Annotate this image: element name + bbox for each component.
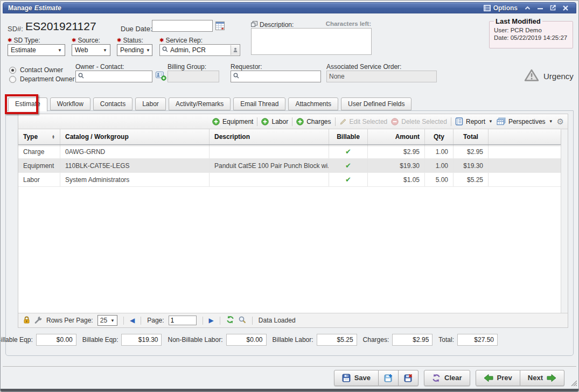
total-non-billable-labor: Non-Billable Labor: $0.00 xyxy=(168,334,266,346)
cell-qty: 1.00 xyxy=(425,159,454,172)
tab-user-defined-fields[interactable]: User Defined Fields xyxy=(341,97,411,110)
status-select[interactable]: Pending ▼ xyxy=(117,44,152,56)
due-date-label: Due Date: xyxy=(121,25,152,33)
search-icon[interactable] xyxy=(239,316,246,325)
save-button-group: Save xyxy=(334,370,418,386)
previous-page-button[interactable]: ◀ xyxy=(130,317,135,324)
window-title: ManageEstimate xyxy=(3,4,61,12)
titlebar: ManageEstimate Options xyxy=(3,2,576,13)
tab-attachments[interactable]: Attachments xyxy=(288,97,338,110)
required-asterisk: ✱ xyxy=(117,37,121,43)
cell-type: Charge xyxy=(18,145,60,158)
contact-owner-radio[interactable]: Contact Owner xyxy=(9,66,63,74)
column-header-catalog[interactable]: Catalog / Workgroup xyxy=(60,129,210,144)
table-row[interactable]: Equipment 110BLK-CAT5E-LEGS Panduit Cat5… xyxy=(18,159,561,173)
prev-button[interactable]: Prev xyxy=(476,370,520,386)
last-modified-user: User: PCR Demo xyxy=(494,27,568,33)
estimate-grid-panel: Equipment Labor Charges Edit Selected xyxy=(18,114,568,328)
total-billable-labor: Billable Labor: $5.25 xyxy=(273,334,357,346)
minimize-button[interactable] xyxy=(538,6,543,10)
popout-button[interactable] xyxy=(550,5,556,11)
table-row[interactable]: Charge 0AWG-GRND ✔ $2.95 1.00 $2.95 xyxy=(18,145,561,159)
plus-circle-icon xyxy=(212,118,220,125)
department-owner-label: Department Owner xyxy=(20,75,74,83)
calendar-icon[interactable] xyxy=(215,22,225,32)
search-icon xyxy=(233,73,239,80)
estimate-tab-panel: Equipment Labor Charges Edit Selected xyxy=(5,110,574,356)
column-header-description[interactable]: Description xyxy=(210,129,329,144)
description-textarea[interactable] xyxy=(251,28,372,55)
description-popout-icon[interactable] xyxy=(251,21,257,29)
cell-qty: 5.00 xyxy=(425,173,454,186)
column-header-billable[interactable]: Billable xyxy=(329,129,368,144)
save-and-close-button[interactable] xyxy=(399,370,418,386)
source-value: Web xyxy=(75,46,101,54)
lock-icon[interactable] xyxy=(23,316,30,325)
report-dropdown-button[interactable]: Report ▼ xyxy=(455,117,493,125)
column-header-qty[interactable]: Qty xyxy=(425,129,454,144)
person-icon xyxy=(233,47,238,53)
tab-estimate[interactable]: Estimate xyxy=(8,97,47,111)
rows-per-page-select[interactable]: 25 ▼ xyxy=(97,315,117,326)
delete-selected-button[interactable]: Delete Selected xyxy=(391,118,447,125)
next-page-button[interactable]: ▶ xyxy=(209,317,214,324)
owner-contact-label: Owner - Contact: xyxy=(75,63,124,71)
resize-grip[interactable] xyxy=(570,379,577,388)
arrow-left-icon xyxy=(484,374,493,382)
table-row[interactable]: Labor System Administrators ✔ $1.05 5.00… xyxy=(18,173,561,187)
tab-contacts[interactable]: Contacts xyxy=(93,97,132,110)
chevron-down-icon: ▼ xyxy=(549,119,553,124)
save-and-new-button[interactable] xyxy=(379,370,399,386)
add-equipment-button[interactable]: Equipment xyxy=(212,118,253,125)
save-button[interactable]: Save xyxy=(334,370,379,386)
edit-selected-button[interactable]: Edit Selected xyxy=(339,118,388,125)
tab-email-thread[interactable]: Email Thread xyxy=(233,97,285,110)
close-icon xyxy=(563,5,568,11)
vertical-scrollbar[interactable] xyxy=(561,129,568,313)
page-number-input[interactable] xyxy=(169,316,197,325)
radio-unchecked-icon xyxy=(9,76,16,83)
chevron-down-icon: ▼ xyxy=(110,318,115,323)
sd-type-select[interactable]: Estimate ▼ xyxy=(8,44,65,56)
sd-number-label: SD#: xyxy=(8,25,23,33)
toolbar-separator xyxy=(292,117,292,126)
tab-labor[interactable]: Labor xyxy=(135,97,166,110)
cell-description: Panduit Cat5E 100 Pair Punch Block wi... xyxy=(210,159,329,172)
add-charges-button[interactable]: Charges xyxy=(296,118,331,125)
description-label: Description: xyxy=(260,21,294,29)
column-header-total[interactable]: Total xyxy=(454,129,489,144)
wrench-icon[interactable] xyxy=(34,316,42,325)
add-contact-icon[interactable] xyxy=(156,71,166,82)
owner-contact-field[interactable] xyxy=(75,71,152,82)
sort-icon[interactable]: ▲▼ xyxy=(48,135,55,139)
tab-workflow[interactable]: Workflow xyxy=(50,97,90,110)
clear-button[interactable]: Clear xyxy=(424,370,470,386)
column-header-type[interactable]: Type ▲▼ xyxy=(18,129,60,144)
close-button[interactable] xyxy=(563,5,568,11)
requestor-field[interactable] xyxy=(231,71,321,82)
column-header-amount[interactable]: Amount xyxy=(368,129,425,144)
collapse-button[interactable] xyxy=(525,6,531,10)
due-date-input[interactable] xyxy=(152,20,213,32)
billable-check-icon: ✔ xyxy=(345,162,351,170)
tab-strip: Estimate Workflow Contacts Labor Activit… xyxy=(8,97,411,111)
department-owner-radio[interactable]: Department Owner xyxy=(9,75,74,83)
service-rep-picker-button[interactable] xyxy=(231,45,239,55)
total-non-billable-eqp: Non-Billable Eqp: $0.00 xyxy=(0,334,76,346)
add-labor-button[interactable]: Labor xyxy=(261,118,288,125)
refresh-icon[interactable] xyxy=(226,316,234,325)
total-charges: Charges: $2.95 xyxy=(363,334,433,346)
service-rep-field[interactable]: Admin, PCR xyxy=(159,44,240,56)
tab-activity-remarks[interactable]: Activity/Remarks xyxy=(169,97,231,110)
billable-check-icon: ✔ xyxy=(345,176,351,184)
perspectives-dropdown-button[interactable]: Perspectives ▼ xyxy=(497,117,553,125)
next-button[interactable]: Next xyxy=(520,370,564,386)
gear-icon[interactable]: ⚙ xyxy=(557,117,564,125)
clear-refresh-icon xyxy=(432,374,441,382)
grid-header: Type ▲▼ Catalog / Workgroup Description … xyxy=(18,129,561,145)
options-button[interactable]: Options xyxy=(484,4,518,12)
cell-total: $19.30 xyxy=(454,159,489,172)
urgency-indicator[interactable]: Urgency xyxy=(524,69,574,83)
sd-type-label: ✱SD Type: xyxy=(8,37,40,44)
source-select[interactable]: Web ▼ xyxy=(72,44,110,56)
